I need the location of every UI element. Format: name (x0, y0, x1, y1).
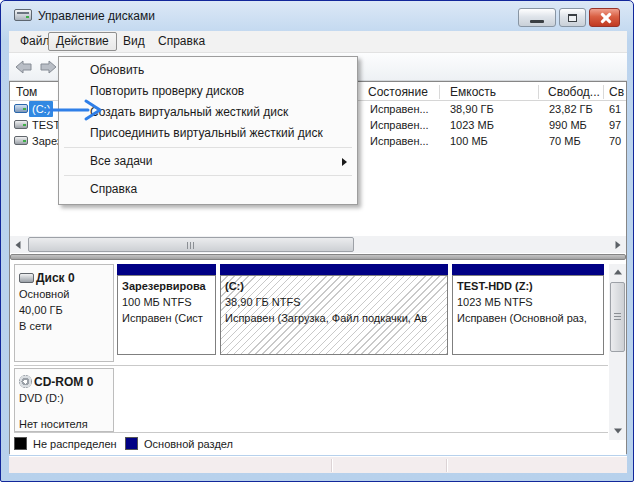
legend: Не распределен Основной раздел (10, 434, 626, 455)
column-status[interactable]: Состояние (368, 84, 428, 100)
cdrom-media: Нет носителя (19, 416, 111, 432)
partition-size: 100 МБ NTFS (122, 294, 215, 310)
status-bar (9, 456, 627, 473)
volume-capacity: 38,90 ГБ (450, 101, 494, 117)
drive-icon (14, 136, 28, 145)
partition-color-bar (117, 264, 216, 275)
close-button[interactable] (589, 8, 620, 27)
partition-c[interactable]: (C:) 38,90 ГБ NTFS Исправен (Загрузка, Ф… (220, 264, 448, 356)
scroll-left-button[interactable] (10, 236, 26, 253)
legend-swatch-unallocated (14, 437, 27, 450)
menu-help[interactable]: Справка (151, 32, 212, 51)
action-menu: Обновить Повторить проверку дисков Созда… (58, 56, 358, 205)
cdrom-label-cell[interactable]: CD-ROM 0 DVD (D:) Нет носителя (14, 368, 114, 432)
scroll-down-button[interactable] (609, 423, 626, 439)
scroll-left-icon (16, 241, 21, 249)
scroll-up-button[interactable] (609, 264, 626, 280)
volume-free-pct: 70 (609, 133, 621, 149)
window-title: Управление дисками (38, 9, 155, 23)
volume-status: Исправен... (370, 117, 429, 133)
menu-separator (64, 147, 352, 148)
partition-testhdd[interactable]: TEST-HDD (Z:) 1023 МБ NTFS Исправен (Осн… (452, 264, 604, 356)
menu-item-all-tasks[interactable]: Все задачи (59, 151, 357, 172)
volume-capacity: 1023 МБ (450, 117, 494, 133)
drive-icon (14, 120, 28, 129)
partition-status: Исправен (Основной раз, (457, 310, 603, 326)
disk0-name: Диск 0 (36, 271, 75, 285)
maximize-button[interactable] (559, 8, 586, 27)
titlebar: Управление дисками (1, 1, 633, 31)
disk0-label-cell[interactable]: Диск 0 Основной 40,00 ГБ В сети (14, 264, 114, 362)
partition-status: Исправен (Сист (122, 310, 215, 326)
drive-icon (14, 104, 28, 113)
legend-label-unallocated: Не распределен (33, 437, 117, 451)
partition-title: (C:) (225, 279, 447, 294)
legend-swatch-primary (125, 437, 138, 450)
volume-free-pct: 61 (609, 101, 621, 117)
volume-free: 70 МБ (549, 133, 581, 149)
disk0-size: 40,00 ГБ (19, 302, 111, 318)
column-capacity[interactable]: Емкость (450, 84, 496, 100)
volume-status: Исправен... (370, 101, 429, 117)
disk-icon (19, 273, 34, 283)
volume-free: 990 МБ (549, 117, 587, 133)
volume-free: 23,82 ГБ (549, 101, 593, 117)
partition-color-bar (452, 264, 604, 275)
annotation-arrow-icon (46, 98, 106, 122)
partition-title: Зарезервирова (122, 279, 215, 294)
horizontal-scrollbar[interactable] (10, 236, 626, 253)
menu-view[interactable]: Вид (116, 32, 152, 51)
partition-status: Исправен (Загрузка, Файл подкачки, Ав (225, 310, 447, 326)
partition-color-bar (220, 264, 448, 275)
back-icon (12, 57, 36, 77)
partition-size: 38,90 ГБ NTFS (225, 294, 447, 310)
scroll-down-icon (614, 429, 622, 434)
column-free[interactable]: Свобод... (548, 84, 600, 100)
menu-action[interactable]: Действие (48, 32, 117, 51)
menubar: Файл Действие Вид Справка (9, 31, 627, 53)
maximize-icon (568, 14, 577, 22)
cd-icon (19, 375, 32, 388)
minimize-icon (530, 20, 544, 23)
vertical-scroll-thumb[interactable] (610, 282, 625, 352)
partition-title: TEST-HDD (Z:) (457, 279, 603, 294)
legend-label-primary: Основной раздел (144, 437, 233, 451)
disk-management-window: Управление дисками Файл Действие Вид Спр… (0, 0, 634, 482)
forward-icon (36, 57, 60, 77)
column-free-pct[interactable]: Св (609, 84, 624, 100)
menu-item-attach-vhd[interactable]: Присоединить виртуальный жесткий диск (59, 123, 357, 144)
back-button[interactable] (12, 57, 36, 77)
submenu-arrow-icon (342, 158, 347, 166)
minimize-button[interactable] (518, 8, 556, 27)
horizontal-scroll-thumb[interactable] (28, 237, 354, 252)
vertical-scrollbar[interactable] (609, 264, 626, 440)
cdrom-name: CD-ROM 0 (34, 375, 93, 389)
partition-size: 1023 МБ NTFS (457, 294, 603, 310)
volume-capacity: 100 МБ (450, 133, 488, 149)
disk0-status: В сети (19, 318, 111, 334)
volume-status: Исправен... (370, 133, 429, 149)
column-volume[interactable]: Том (16, 84, 37, 100)
scroll-right-button[interactable] (610, 236, 626, 253)
menu-item-help[interactable]: Справка (59, 179, 357, 200)
partition-reserved[interactable]: Зарезервирова 100 МБ NTFS Исправен (Сист (117, 264, 216, 356)
disk-graph-panel: Диск 0 Основной 40,00 ГБ В сети Зарезерв… (10, 260, 626, 436)
menu-separator (64, 175, 352, 176)
volume-free-pct: 97 (609, 117, 621, 133)
close-icon (599, 12, 610, 23)
disk0-kind: Основной (19, 286, 111, 302)
menu-item-refresh[interactable]: Обновить (59, 60, 357, 81)
scroll-right-icon (616, 241, 621, 249)
cdrom-drive: DVD (D:) (19, 390, 111, 406)
forward-button[interactable] (36, 57, 60, 77)
scroll-up-icon (614, 270, 622, 275)
app-icon (14, 9, 32, 24)
